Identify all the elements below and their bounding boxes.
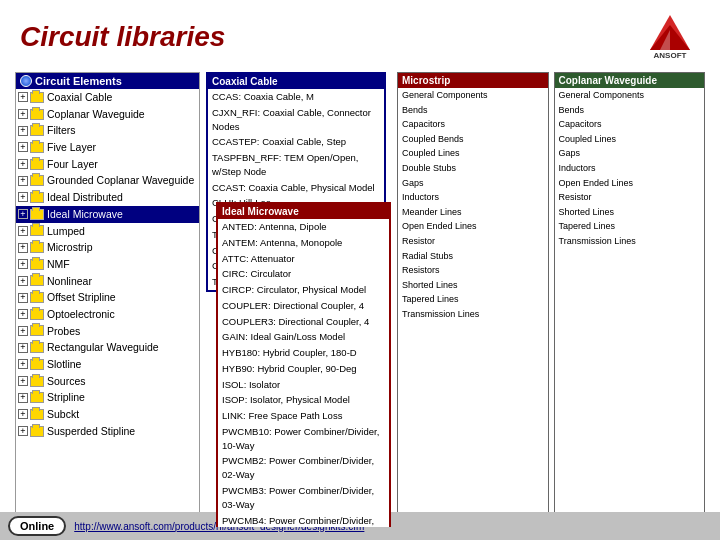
comp-item[interactable]: Bends [398, 103, 548, 118]
comp-item[interactable]: Inductors [398, 190, 548, 205]
popup-item[interactable]: CCASTEP: Coaxial Cable, Step [208, 134, 384, 150]
expand-icon[interactable]: + [18, 359, 28, 369]
comp-item[interactable]: Resistor [398, 234, 548, 249]
tree-item[interactable]: + Rectangular Waveguide [16, 339, 199, 356]
popup-item[interactable]: CIRC: Circulator [218, 266, 389, 282]
tree-item[interactable]: + Five Layer [16, 139, 199, 156]
expand-icon[interactable]: + [18, 343, 28, 353]
comp-item[interactable]: Inductors [555, 161, 705, 176]
tree-item[interactable]: + Offset Stripline [16, 289, 199, 306]
tree-item[interactable]: + Ideal Microwave [16, 206, 199, 223]
expand-icon[interactable]: + [18, 109, 28, 119]
popup-item[interactable]: PWCMB2: Power Combiner/Divider, 02-Way [218, 453, 389, 483]
tree-item[interactable]: + Coplanar Waveguide [16, 106, 199, 123]
expand-icon[interactable]: + [18, 276, 28, 286]
expand-icon[interactable]: + [18, 243, 28, 253]
popup-item[interactable]: CCAS: Coaxia Cable, M [208, 89, 384, 105]
popup-item[interactable]: CCAST: Coaxia Cable, Physical Model [208, 180, 384, 196]
tree-item[interactable]: + Slotline [16, 356, 199, 373]
expand-icon[interactable]: + [18, 142, 28, 152]
tree-item[interactable]: + NMF [16, 256, 199, 273]
popup-item[interactable]: ISOP: Isolator, Physical Model [218, 392, 389, 408]
comp-item[interactable]: General Components [398, 88, 548, 103]
tree-item[interactable]: + Filters [16, 122, 199, 139]
popup-item[interactable]: ISOL: Isolator [218, 377, 389, 393]
comp-item[interactable]: Capacitors [555, 117, 705, 132]
tree-item[interactable]: + Stripline [16, 389, 199, 406]
popup-item[interactable]: GAIN: Ideal Gain/Loss Model [218, 329, 389, 345]
expand-icon[interactable]: + [18, 192, 28, 202]
comp-item[interactable]: Meander Lines [398, 205, 548, 220]
tree-item[interactable]: + Ideal Distributed [16, 189, 199, 206]
expand-icon[interactable]: + [18, 293, 28, 303]
online-button[interactable]: Online [8, 516, 66, 536]
tree-item[interactable]: + Lumped [16, 223, 199, 240]
popup-item[interactable]: COUPLER: Directional Coupler, 4 [218, 298, 389, 314]
popup-item[interactable]: COUPLER3: Directional Coupler, 4 [218, 314, 389, 330]
comp-item[interactable]: Double Stubs [398, 161, 548, 176]
tree-item[interactable]: + Four Layer [16, 156, 199, 173]
popup-item[interactable]: PWCMB3: Power Combiner/Divider, 03-Way [218, 483, 389, 513]
expand-icon[interactable]: + [18, 126, 28, 136]
popup-item[interactable]: CIRCP: Circulator, Physical Model [218, 282, 389, 298]
comp-item[interactable]: Resistor [555, 190, 705, 205]
expand-icon[interactable]: + [18, 326, 28, 336]
tree-item[interactable]: + Probes [16, 323, 199, 340]
expand-icon[interactable]: + [18, 92, 28, 102]
comp-item[interactable]: General Components [555, 88, 705, 103]
comp-item[interactable]: Tapered Lines [555, 219, 705, 234]
expand-icon[interactable]: + [18, 176, 28, 186]
popup-item[interactable]: ATTC: Attenuator [218, 251, 389, 267]
comp-item[interactable]: Open Ended Lines [398, 219, 548, 234]
expand-icon[interactable]: + [18, 393, 28, 403]
expand-icon[interactable]: + [18, 159, 28, 169]
tree-item[interactable]: + Grounded Coplanar Waveguide [16, 172, 199, 189]
comp-item[interactable]: Tapered Lines [398, 292, 548, 307]
popup-item[interactable]: TASPFBN_RFF: TEM Open/Open, w/Step Node [208, 150, 384, 180]
comp-item[interactable]: Coupled Lines [555, 132, 705, 147]
expand-icon[interactable]: + [18, 426, 28, 436]
comp-item[interactable]: Transmission Lines [398, 307, 548, 322]
globe-icon [20, 75, 32, 87]
popup-item[interactable]: LINK: Free Space Path Loss [218, 408, 389, 424]
tree-item[interactable]: + Subckt [16, 406, 199, 423]
expand-icon[interactable]: + [18, 209, 28, 219]
comp-item[interactable]: Radial Stubs [398, 249, 548, 264]
expand-icon[interactable]: + [18, 376, 28, 386]
tree-item[interactable]: + Susperded Stipline [16, 423, 199, 440]
comp-item[interactable]: Shorted Lines [398, 278, 548, 293]
item-label: Lumped [47, 224, 85, 239]
expand-icon[interactable]: + [18, 409, 28, 419]
item-label: Five Layer [47, 140, 96, 155]
comp-item[interactable]: Bends [555, 103, 705, 118]
tree-item[interactable]: + Optoelectronic [16, 306, 199, 323]
item-label: Grounded Coplanar Waveguide [47, 173, 194, 188]
popup-item[interactable]: HYB90: Hybrid Coupler, 90-Deg [218, 361, 389, 377]
comp-item[interactable]: Gaps [398, 176, 548, 191]
tree-item[interactable]: + Microstrip [16, 239, 199, 256]
popup-item[interactable]: ANTEM: Antenna, Monopole [218, 235, 389, 251]
popup-item[interactable]: PWCMB4: Power Combiner/Divider, 04-Way [218, 513, 389, 527]
tree-item[interactable]: + Nonlinear [16, 273, 199, 290]
page-title: Circuit libraries [20, 21, 225, 53]
expand-icon[interactable]: + [18, 226, 28, 236]
comp-item[interactable]: Shorted Lines [555, 205, 705, 220]
tree-item[interactable]: + Coaxial Cable [16, 89, 199, 106]
comp-item[interactable]: Gaps [555, 146, 705, 161]
comp-item[interactable]: Transmission Lines [555, 234, 705, 249]
comp-item[interactable]: Capacitors [398, 117, 548, 132]
expand-icon[interactable]: + [18, 309, 28, 319]
tree-item[interactable]: + Sources [16, 373, 199, 390]
folder-icon [30, 92, 44, 103]
comp-item[interactable]: Coupled Lines [398, 146, 548, 161]
comp-item[interactable]: Resistors [398, 263, 548, 278]
folder-icon [30, 359, 44, 370]
popup-item[interactable]: HYB180: Hybrid Coupler, 180-D [218, 345, 389, 361]
popup-item[interactable]: CJXN_RFI: Coaxial Cable, Connector Nodes [208, 105, 384, 135]
expand-icon[interactable]: + [18, 259, 28, 269]
circuit-elements-label: Circuit Elements [35, 75, 122, 87]
comp-item[interactable]: Open Ended Lines [555, 176, 705, 191]
popup-item[interactable]: PWCMB10: Power Combiner/Divider, 10-Way [218, 424, 389, 454]
popup-item[interactable]: ANTED: Antenna, Dipole [218, 219, 389, 235]
comp-item[interactable]: Coupled Bends [398, 132, 548, 147]
